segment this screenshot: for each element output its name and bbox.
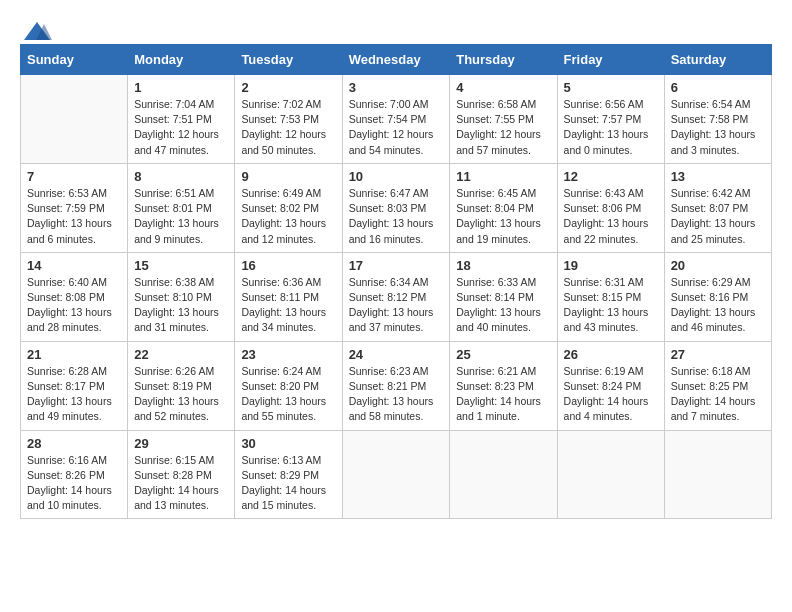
day-info: Sunrise: 6:33 AMSunset: 8:14 PMDaylight:… xyxy=(456,275,550,336)
calendar-cell: 15Sunrise: 6:38 AMSunset: 8:10 PMDayligh… xyxy=(128,252,235,341)
calendar-cell: 22Sunrise: 6:26 AMSunset: 8:19 PMDayligh… xyxy=(128,341,235,430)
day-number: 30 xyxy=(241,436,335,451)
weekday-friday: Friday xyxy=(557,45,664,75)
weekday-wednesday: Wednesday xyxy=(342,45,450,75)
day-info: Sunrise: 6:58 AMSunset: 7:55 PMDaylight:… xyxy=(456,97,550,158)
page-header xyxy=(20,20,772,38)
calendar-cell xyxy=(450,430,557,519)
calendar-cell: 16Sunrise: 6:36 AMSunset: 8:11 PMDayligh… xyxy=(235,252,342,341)
calendar-cell: 12Sunrise: 6:43 AMSunset: 8:06 PMDayligh… xyxy=(557,163,664,252)
day-number: 23 xyxy=(241,347,335,362)
day-number: 18 xyxy=(456,258,550,273)
day-info: Sunrise: 7:04 AMSunset: 7:51 PMDaylight:… xyxy=(134,97,228,158)
day-number: 20 xyxy=(671,258,765,273)
day-info: Sunrise: 6:16 AMSunset: 8:26 PMDaylight:… xyxy=(27,453,121,514)
day-info: Sunrise: 7:00 AMSunset: 7:54 PMDaylight:… xyxy=(349,97,444,158)
day-number: 16 xyxy=(241,258,335,273)
day-info: Sunrise: 6:56 AMSunset: 7:57 PMDaylight:… xyxy=(564,97,658,158)
day-info: Sunrise: 6:18 AMSunset: 8:25 PMDaylight:… xyxy=(671,364,765,425)
day-number: 2 xyxy=(241,80,335,95)
weekday-monday: Monday xyxy=(128,45,235,75)
day-info: Sunrise: 6:28 AMSunset: 8:17 PMDaylight:… xyxy=(27,364,121,425)
calendar-cell: 6Sunrise: 6:54 AMSunset: 7:58 PMDaylight… xyxy=(664,75,771,164)
calendar-cell xyxy=(342,430,450,519)
week-row-2: 7Sunrise: 6:53 AMSunset: 7:59 PMDaylight… xyxy=(21,163,772,252)
week-row-5: 28Sunrise: 6:16 AMSunset: 8:26 PMDayligh… xyxy=(21,430,772,519)
calendar-cell: 27Sunrise: 6:18 AMSunset: 8:25 PMDayligh… xyxy=(664,341,771,430)
day-info: Sunrise: 6:49 AMSunset: 8:02 PMDaylight:… xyxy=(241,186,335,247)
day-number: 28 xyxy=(27,436,121,451)
calendar-cell: 4Sunrise: 6:58 AMSunset: 7:55 PMDaylight… xyxy=(450,75,557,164)
calendar-cell: 5Sunrise: 6:56 AMSunset: 7:57 PMDaylight… xyxy=(557,75,664,164)
day-number: 13 xyxy=(671,169,765,184)
weekday-tuesday: Tuesday xyxy=(235,45,342,75)
logo xyxy=(20,20,54,38)
calendar-cell: 28Sunrise: 6:16 AMSunset: 8:26 PMDayligh… xyxy=(21,430,128,519)
day-number: 26 xyxy=(564,347,658,362)
day-info: Sunrise: 6:53 AMSunset: 7:59 PMDaylight:… xyxy=(27,186,121,247)
calendar-cell: 13Sunrise: 6:42 AMSunset: 8:07 PMDayligh… xyxy=(664,163,771,252)
weekday-header-row: SundayMondayTuesdayWednesdayThursdayFrid… xyxy=(21,45,772,75)
calendar-cell: 23Sunrise: 6:24 AMSunset: 8:20 PMDayligh… xyxy=(235,341,342,430)
calendar-cell: 11Sunrise: 6:45 AMSunset: 8:04 PMDayligh… xyxy=(450,163,557,252)
calendar-table: SundayMondayTuesdayWednesdayThursdayFrid… xyxy=(20,44,772,519)
day-number: 11 xyxy=(456,169,550,184)
calendar-cell: 25Sunrise: 6:21 AMSunset: 8:23 PMDayligh… xyxy=(450,341,557,430)
day-info: Sunrise: 6:51 AMSunset: 8:01 PMDaylight:… xyxy=(134,186,228,247)
day-info: Sunrise: 6:45 AMSunset: 8:04 PMDaylight:… xyxy=(456,186,550,247)
calendar-cell: 7Sunrise: 6:53 AMSunset: 7:59 PMDaylight… xyxy=(21,163,128,252)
week-row-4: 21Sunrise: 6:28 AMSunset: 8:17 PMDayligh… xyxy=(21,341,772,430)
calendar-cell: 2Sunrise: 7:02 AMSunset: 7:53 PMDaylight… xyxy=(235,75,342,164)
day-number: 29 xyxy=(134,436,228,451)
day-number: 4 xyxy=(456,80,550,95)
day-info: Sunrise: 6:23 AMSunset: 8:21 PMDaylight:… xyxy=(349,364,444,425)
day-info: Sunrise: 7:02 AMSunset: 7:53 PMDaylight:… xyxy=(241,97,335,158)
calendar-cell: 26Sunrise: 6:19 AMSunset: 8:24 PMDayligh… xyxy=(557,341,664,430)
day-info: Sunrise: 6:29 AMSunset: 8:16 PMDaylight:… xyxy=(671,275,765,336)
calendar-cell: 8Sunrise: 6:51 AMSunset: 8:01 PMDaylight… xyxy=(128,163,235,252)
day-number: 19 xyxy=(564,258,658,273)
day-info: Sunrise: 6:26 AMSunset: 8:19 PMDaylight:… xyxy=(134,364,228,425)
calendar-cell: 20Sunrise: 6:29 AMSunset: 8:16 PMDayligh… xyxy=(664,252,771,341)
calendar-cell xyxy=(664,430,771,519)
day-info: Sunrise: 6:13 AMSunset: 8:29 PMDaylight:… xyxy=(241,453,335,514)
day-number: 5 xyxy=(564,80,658,95)
calendar-cell: 10Sunrise: 6:47 AMSunset: 8:03 PMDayligh… xyxy=(342,163,450,252)
day-info: Sunrise: 6:43 AMSunset: 8:06 PMDaylight:… xyxy=(564,186,658,247)
calendar-cell: 24Sunrise: 6:23 AMSunset: 8:21 PMDayligh… xyxy=(342,341,450,430)
day-number: 6 xyxy=(671,80,765,95)
day-number: 12 xyxy=(564,169,658,184)
day-number: 9 xyxy=(241,169,335,184)
weekday-thursday: Thursday xyxy=(450,45,557,75)
day-info: Sunrise: 6:19 AMSunset: 8:24 PMDaylight:… xyxy=(564,364,658,425)
day-info: Sunrise: 6:34 AMSunset: 8:12 PMDaylight:… xyxy=(349,275,444,336)
day-number: 3 xyxy=(349,80,444,95)
calendar-body: 1Sunrise: 7:04 AMSunset: 7:51 PMDaylight… xyxy=(21,75,772,519)
day-number: 1 xyxy=(134,80,228,95)
week-row-3: 14Sunrise: 6:40 AMSunset: 8:08 PMDayligh… xyxy=(21,252,772,341)
day-info: Sunrise: 6:38 AMSunset: 8:10 PMDaylight:… xyxy=(134,275,228,336)
day-info: Sunrise: 6:36 AMSunset: 8:11 PMDaylight:… xyxy=(241,275,335,336)
day-number: 10 xyxy=(349,169,444,184)
day-info: Sunrise: 6:40 AMSunset: 8:08 PMDaylight:… xyxy=(27,275,121,336)
calendar-cell: 17Sunrise: 6:34 AMSunset: 8:12 PMDayligh… xyxy=(342,252,450,341)
weekday-sunday: Sunday xyxy=(21,45,128,75)
calendar-cell: 18Sunrise: 6:33 AMSunset: 8:14 PMDayligh… xyxy=(450,252,557,341)
day-number: 14 xyxy=(27,258,121,273)
calendar-cell: 29Sunrise: 6:15 AMSunset: 8:28 PMDayligh… xyxy=(128,430,235,519)
day-number: 8 xyxy=(134,169,228,184)
day-info: Sunrise: 6:24 AMSunset: 8:20 PMDaylight:… xyxy=(241,364,335,425)
calendar-cell xyxy=(21,75,128,164)
day-info: Sunrise: 6:21 AMSunset: 8:23 PMDaylight:… xyxy=(456,364,550,425)
weekday-saturday: Saturday xyxy=(664,45,771,75)
calendar-cell: 1Sunrise: 7:04 AMSunset: 7:51 PMDaylight… xyxy=(128,75,235,164)
calendar-cell xyxy=(557,430,664,519)
day-number: 22 xyxy=(134,347,228,362)
day-info: Sunrise: 6:42 AMSunset: 8:07 PMDaylight:… xyxy=(671,186,765,247)
calendar-cell: 30Sunrise: 6:13 AMSunset: 8:29 PMDayligh… xyxy=(235,430,342,519)
day-number: 24 xyxy=(349,347,444,362)
day-number: 7 xyxy=(27,169,121,184)
day-info: Sunrise: 6:47 AMSunset: 8:03 PMDaylight:… xyxy=(349,186,444,247)
logo-icon xyxy=(22,20,52,44)
day-info: Sunrise: 6:54 AMSunset: 7:58 PMDaylight:… xyxy=(671,97,765,158)
